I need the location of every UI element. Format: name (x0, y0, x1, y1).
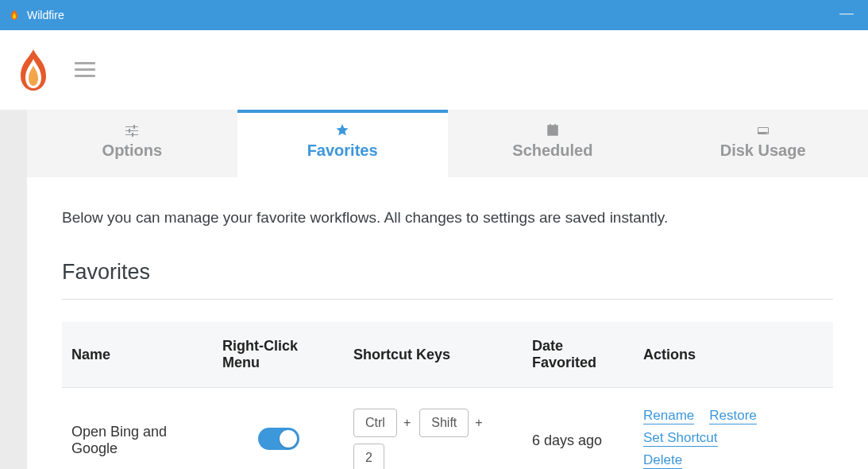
key-ctrl: Ctrl (353, 409, 397, 437)
set-shortcut-link[interactable]: Set Shortcut (643, 430, 718, 447)
key-shift: Shift (419, 409, 469, 437)
tab-label: Scheduled (512, 141, 592, 159)
tab-label: Options (102, 141, 163, 159)
tab-panel: Below you can manage your favorite workf… (27, 177, 868, 469)
plus-icon: + (399, 416, 415, 430)
col-right-click-menu: Right-Click Menu (213, 322, 344, 388)
favorites-table: Name Right-Click Menu Shortcut Keys Date… (62, 322, 833, 469)
col-date-favorited: Date Favorited (523, 322, 634, 388)
section-divider (62, 299, 833, 300)
sliders-icon (125, 124, 138, 137)
star-icon (336, 124, 349, 137)
rename-link[interactable]: Rename (643, 408, 694, 424)
plus-icon: + (470, 416, 487, 430)
section-title: Favorites (62, 260, 833, 285)
window-title: Wildfire (27, 9, 64, 21)
tab-disk-usage[interactable]: Disk Usage (658, 110, 868, 177)
svg-rect-1 (552, 130, 554, 131)
row-rcm (213, 388, 344, 470)
table-row: Open Bing and Google Ctrl+ Shift+ 2 6 da… (62, 388, 833, 470)
minimize-button[interactable]: — (839, 5, 854, 21)
svg-rect-3 (550, 132, 551, 134)
tab-options[interactable]: Options (27, 110, 237, 177)
row-actions: Rename Restore Set Shortcut Delete (634, 388, 833, 470)
col-shortcut-keys: Shortcut Keys (344, 322, 523, 388)
row-date: 6 days ago (523, 388, 634, 470)
restore-link[interactable]: Restore (709, 408, 757, 424)
app-header (0, 30, 868, 110)
wildfire-logo (16, 48, 51, 92)
disk-icon (757, 124, 770, 137)
tab-label: Disk Usage (720, 141, 806, 159)
tab-label: Favorites (307, 141, 378, 159)
delete-link[interactable]: Delete (643, 452, 682, 469)
col-actions: Actions (634, 322, 833, 388)
right-click-toggle[interactable] (258, 428, 299, 450)
tab-scheduled[interactable]: Scheduled (448, 110, 658, 177)
svg-rect-2 (554, 130, 556, 131)
app-icon (8, 9, 21, 21)
panel-description: Below you can manage your favorite workf… (62, 209, 833, 227)
col-name: Name (62, 322, 213, 388)
svg-rect-0 (550, 130, 551, 131)
hamburger-menu-icon[interactable] (75, 62, 95, 78)
key-2: 2 (353, 444, 384, 469)
tab-favorites[interactable]: Favorites (237, 110, 448, 177)
svg-rect-6 (758, 128, 768, 132)
row-name: Open Bing and Google (62, 388, 213, 470)
calendar-icon (546, 124, 559, 137)
svg-rect-4 (552, 132, 554, 134)
row-shortcut: Ctrl+ Shift+ 2 (344, 388, 523, 470)
content-area: Options Favorites Scheduled Disk Usage B… (0, 110, 868, 469)
tab-bar: Options Favorites Scheduled Disk Usage (27, 110, 868, 177)
title-bar: Wildfire — (0, 0, 868, 30)
svg-point-7 (766, 133, 768, 134)
